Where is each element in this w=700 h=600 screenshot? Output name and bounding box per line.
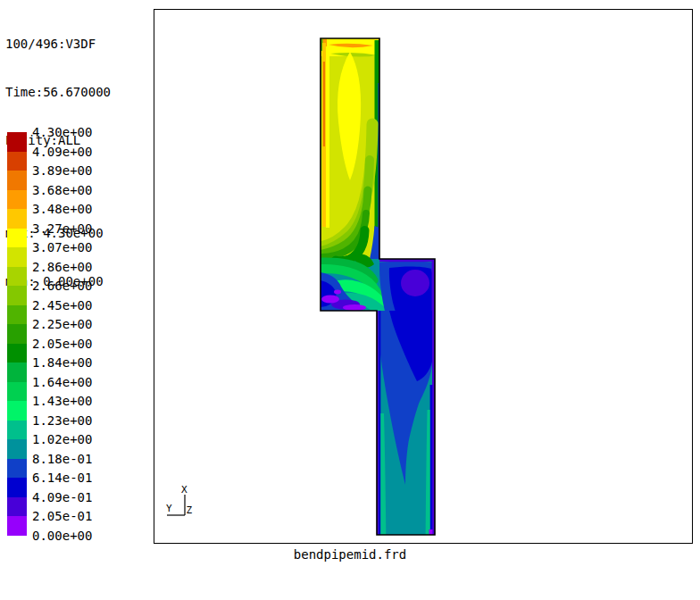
legend-band (7, 459, 27, 479)
legend-value-label: 4.09e-01 (32, 489, 92, 505)
axis-y-label: Y (166, 503, 172, 514)
legend-value-label: 2.25e+00 (32, 316, 92, 332)
legend-band (7, 382, 27, 402)
legend-band (7, 171, 27, 190)
legend-band (7, 497, 27, 517)
contour-plot: X Y Z (154, 10, 692, 543)
legend-value-label: 8.18e-01 (32, 451, 92, 467)
legend-value-label: 2.45e+00 (32, 297, 92, 313)
legend-color-bar (7, 132, 27, 536)
axis-z-label: Z (187, 504, 193, 516)
axis-x-label: X (181, 484, 188, 496)
legend-band (7, 344, 27, 363)
legend-value-label: 3.89e+00 (32, 162, 92, 179)
legend-band (7, 132, 27, 152)
legend-value-label: 6.14e-01 (32, 470, 92, 486)
legend-band (7, 478, 27, 497)
legend-value-label: 2.05e-01 (32, 508, 92, 524)
contour-field (321, 38, 435, 535)
legend-band (7, 152, 27, 171)
legend-value-label: 3.07e+00 (32, 239, 92, 255)
legend-band (7, 286, 27, 305)
legend-value-label: 3.48e+00 (32, 201, 92, 217)
legend-band (7, 209, 27, 229)
legend-band (7, 229, 27, 248)
legend-value-label: 2.66e+00 (32, 278, 92, 294)
legend-value-label: 1.84e+00 (32, 354, 92, 371)
legend-band (7, 305, 27, 325)
legend-band (7, 421, 27, 440)
legend-value-label: 1.23e+00 (32, 412, 92, 429)
legend-value-label: 2.05e+00 (32, 336, 92, 352)
legend-band (7, 267, 27, 287)
legend-band (7, 247, 27, 267)
dataset-label: 100/496:V3DF (5, 36, 111, 52)
legend-band (7, 190, 27, 210)
legend-value-label: 0.00e+00 (32, 528, 92, 544)
legend-value-label: 1.64e+00 (32, 374, 92, 390)
axis-triad: X Y Z (166, 484, 193, 516)
legend-value-label: 2.86e+00 (32, 259, 92, 275)
graphics-viewport[interactable]: X Y Z (154, 9, 693, 544)
legend-value-label: 3.27e+00 (32, 221, 92, 237)
legend-band (7, 362, 27, 382)
legend-value-label: 4.30e+00 (32, 124, 92, 140)
legend-value-label: 1.43e+00 (32, 393, 92, 409)
legend-band (7, 439, 27, 459)
legend-value-label: 3.68e+00 (32, 182, 92, 198)
legend-band (7, 324, 27, 344)
legend-band (7, 516, 27, 536)
legend-value-label: 4.09e+00 (32, 144, 92, 160)
model-filename: bendpipemid.frd (0, 546, 700, 562)
legend-band (7, 401, 27, 421)
legend-value-label: 1.02e+00 (32, 431, 92, 447)
time-label: Time:56.670000 (5, 84, 111, 100)
